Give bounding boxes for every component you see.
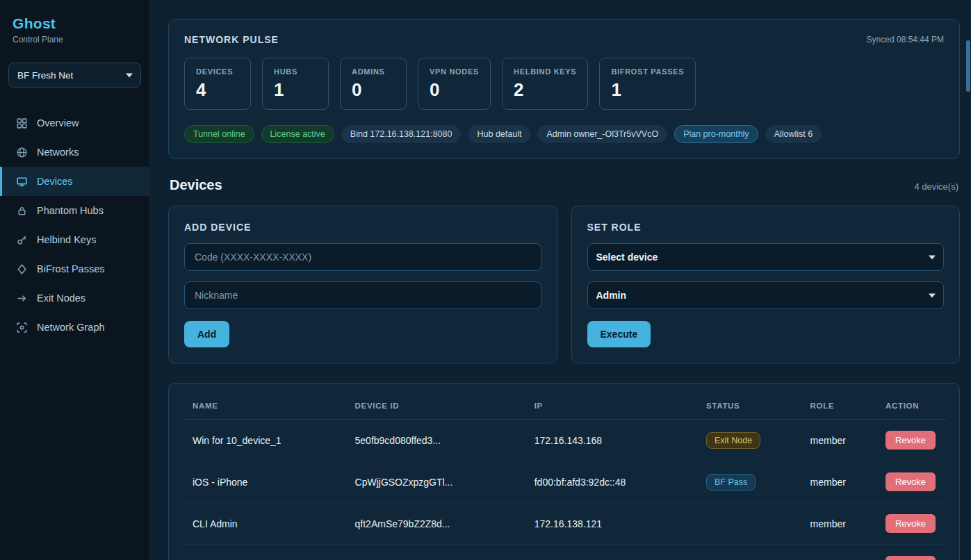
device-ip: 172.16.138.121 bbox=[523, 503, 695, 545]
device-ip: 172.16.143.168 bbox=[523, 420, 695, 461]
stat-label: HELBIND KEYS bbox=[514, 67, 576, 76]
pulse-title: NETWORK PULSE bbox=[184, 34, 279, 45]
device-name: CLI Admin bbox=[181, 503, 344, 545]
device-id: zglbWwTdYbrRYoFY... bbox=[344, 545, 523, 560]
revoke-button[interactable]: Revoke bbox=[886, 514, 936, 533]
device-id: CpWjjGSOZxpzgGTl... bbox=[344, 461, 523, 503]
revoke-button[interactable]: Revoke bbox=[886, 472, 936, 491]
sidebar-item-network-graph[interactable]: Network Graph bbox=[0, 313, 149, 342]
stat-helbind-keys: HELBIND KEYS 2 bbox=[502, 58, 588, 110]
sidebar-item-phantom-hubs[interactable]: Phantom Hubs bbox=[0, 196, 149, 225]
grid-icon bbox=[16, 117, 28, 129]
monitor-icon bbox=[16, 176, 28, 188]
stat-label: BIFROST PASSES bbox=[611, 67, 684, 76]
device-role: member bbox=[799, 420, 874, 461]
role-select-control[interactable]: Admin bbox=[587, 281, 945, 309]
sidebar: Ghost Control Plane BF Fresh Net Overvie… bbox=[0, 0, 150, 560]
sidebar-item-label: Network Graph bbox=[37, 322, 105, 333]
device-id: qft2AmSe79bZ2Z8d... bbox=[344, 503, 523, 545]
sidebar-item-label: Phantom Hubs bbox=[37, 205, 104, 216]
devices-table-card: NAME DEVICE ID IP STATUS ROLE ACTION Win… bbox=[168, 383, 960, 560]
scrollbar-thumb[interactable] bbox=[966, 40, 970, 92]
stat-admins: ADMINS 0 bbox=[340, 58, 407, 110]
devices-section-header: Devices 4 device(s) bbox=[170, 177, 958, 193]
badge-allowlist: Allowlist 6 bbox=[765, 125, 822, 143]
device-name: iOS - iPhone bbox=[181, 461, 344, 503]
app-root: Ghost Control Plane BF Fresh Net Overvie… bbox=[0, 0, 971, 560]
brand-title: Ghost bbox=[13, 15, 137, 32]
stat-value: 2 bbox=[514, 79, 576, 101]
sidebar-nav: Overview Networks Devices Phantom Hubs bbox=[0, 108, 149, 342]
revoke-button[interactable]: Revoke bbox=[886, 431, 936, 450]
stat-bifrost-passes: BIFROST PASSES 1 bbox=[599, 58, 696, 110]
badge-admin-owner: Admin owner_-Ol3Tr5vVVcO bbox=[537, 125, 667, 143]
status-badge: Exit Node bbox=[706, 432, 760, 449]
device-status bbox=[695, 545, 799, 560]
diamond-icon bbox=[16, 263, 28, 275]
sidebar-item-bifrost-passes[interactable]: BiFrost Passes bbox=[0, 254, 149, 283]
stat-hubs: HUBS 1 bbox=[262, 58, 329, 110]
device-id: 5e0fb9cd080ffed3... bbox=[344, 420, 523, 461]
stat-value: 1 bbox=[274, 79, 317, 101]
table-row: Android - Xiaomi zglbWwTdYbrRYoFY... 172… bbox=[181, 545, 947, 560]
network-select-control[interactable]: BF Fresh Net bbox=[8, 63, 141, 88]
badge-license-active: License active bbox=[261, 125, 334, 143]
table-row: iOS - iPhone CpWjjGSOZxpzgGTl... fd00:bf… bbox=[181, 461, 947, 503]
set-role-title: SET ROLE bbox=[587, 222, 945, 233]
sidebar-item-devices[interactable]: Devices bbox=[0, 167, 149, 196]
device-select: Select device bbox=[587, 243, 945, 271]
device-action: Revoke bbox=[874, 545, 947, 560]
stat-devices: DEVICES 4 bbox=[184, 58, 251, 110]
sidebar-item-label: Helbind Keys bbox=[37, 234, 96, 245]
sidebar-item-label: Exit Nodes bbox=[37, 293, 85, 304]
scrollbar[interactable] bbox=[965, 0, 971, 560]
stat-value: 0 bbox=[430, 79, 479, 101]
key-icon bbox=[16, 234, 28, 246]
badge-bind-address: Bind 172.16.138.121:8080 bbox=[341, 125, 462, 143]
stat-value: 1 bbox=[611, 79, 684, 101]
device-nickname-input[interactable] bbox=[184, 281, 541, 309]
table-header-row: NAME DEVICE ID IP STATUS ROLE ACTION bbox=[181, 389, 947, 420]
set-role-card: SET ROLE Select device Admin Execute bbox=[571, 206, 961, 363]
add-device-card: ADD DEVICE Add bbox=[168, 206, 557, 363]
execute-button[interactable]: Execute bbox=[587, 321, 651, 347]
device-code-input[interactable] bbox=[184, 243, 541, 271]
device-select-control[interactable]: Select device bbox=[587, 243, 945, 271]
add-device-button[interactable]: Add bbox=[184, 321, 229, 347]
sidebar-item-networks[interactable]: Networks bbox=[0, 138, 149, 167]
badge-tunnel-online: Tunnel online bbox=[184, 125, 254, 143]
status-badge: BF Pass bbox=[706, 474, 756, 491]
sidebar-item-label: Networks bbox=[37, 147, 79, 158]
globe-icon bbox=[16, 147, 28, 158]
sidebar-item-label: Devices bbox=[37, 176, 73, 187]
stat-label: HUBS bbox=[274, 67, 317, 76]
device-count: 4 device(s) bbox=[914, 181, 958, 192]
sidebar-item-helbind-keys[interactable]: Helbind Keys bbox=[0, 225, 149, 254]
role-select: Admin bbox=[587, 281, 945, 309]
sidebar-item-label: BiFrost Passes bbox=[37, 263, 105, 274]
device-role: member bbox=[799, 461, 874, 503]
device-action: Revoke bbox=[874, 420, 947, 461]
devices-table: NAME DEVICE ID IP STATUS ROLE ACTION Win… bbox=[181, 389, 947, 560]
page-title: Devices bbox=[170, 177, 222, 193]
stat-label: VPN NODES bbox=[430, 67, 479, 76]
graph-icon bbox=[16, 322, 28, 333]
stat-label: DEVICES bbox=[196, 67, 239, 76]
brand: Ghost Control Plane bbox=[0, 15, 149, 54]
network-select: BF Fresh Net bbox=[8, 63, 141, 88]
pulse-stats: DEVICES 4 HUBS 1 ADMINS 0 VPN NODES 0 HE… bbox=[184, 58, 944, 110]
synced-timestamp: Synced 08:54:44 PM bbox=[867, 35, 944, 44]
sidebar-item-exit-nodes[interactable]: Exit Nodes bbox=[0, 283, 149, 313]
device-status: BF Pass bbox=[695, 461, 799, 503]
stat-vpn-nodes: VPN NODES 0 bbox=[418, 58, 491, 110]
revoke-button[interactable]: Revoke bbox=[886, 556, 936, 560]
column-header-action: ACTION bbox=[874, 389, 947, 420]
column-header-device-id: DEVICE ID bbox=[344, 389, 523, 420]
pulse-header: NETWORK PULSE Synced 08:54:44 PM bbox=[184, 34, 944, 45]
device-name: Android - Xiaomi bbox=[181, 545, 344, 560]
device-ip: 172.16.140.127 bbox=[523, 545, 695, 560]
sidebar-item-overview[interactable]: Overview bbox=[0, 108, 149, 138]
pulse-badges: Tunnel online License active Bind 172.16… bbox=[184, 125, 944, 143]
table-row: Win for 10_device_1 5e0fb9cd080ffed3... … bbox=[181, 420, 947, 461]
badge-hub: Hub default bbox=[468, 125, 530, 143]
